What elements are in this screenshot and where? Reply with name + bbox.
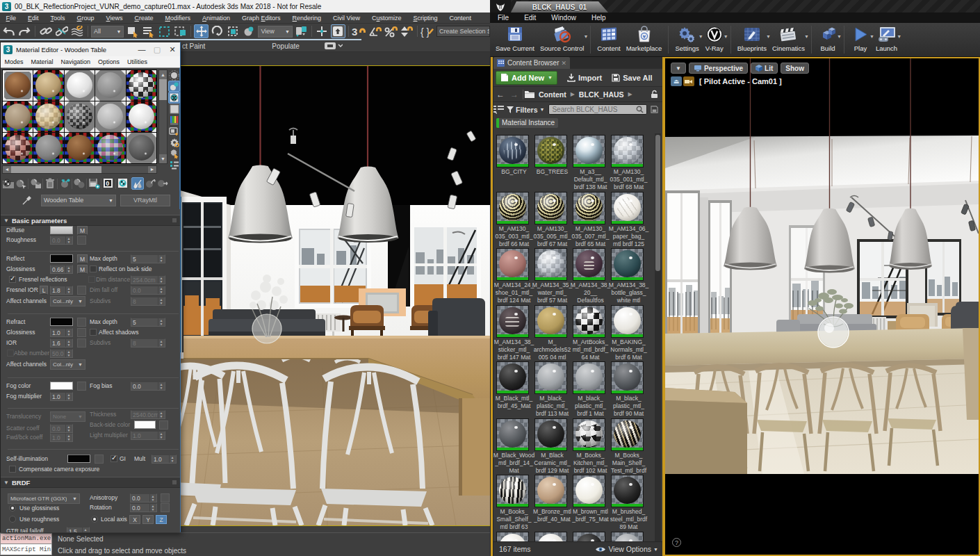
- ribbon-tab-populate[interactable]: Populate: [272, 42, 299, 50]
- backside-color-swatch[interactable]: [134, 420, 156, 429]
- asset-m-black-mtl-[interactable]: M_Black_mtl_ brdf_45_Mat: [495, 360, 533, 417]
- assign-material-to-selection-icon[interactable]: [29, 177, 42, 190]
- refract-map-button[interactable]: [77, 318, 86, 327]
- fog-multiplier-spinner[interactable]: 1.0▲▼: [50, 392, 73, 401]
- material-slot-11[interactable]: [3, 133, 33, 163]
- asset-m-bronze-mtl[interactable]: M_Bronze_mtl _brdf_40_Mat: [533, 473, 571, 530]
- material-slot-9[interactable]: [95, 101, 125, 132]
- glossiness-map-button[interactable]: M: [77, 265, 88, 274]
- material-slot-12[interactable]: [33, 133, 63, 163]
- max-viewport[interactable]: [178, 65, 490, 526]
- play-button[interactable]: Play▼: [848, 23, 873, 56]
- ribbon-config-icon[interactable]: [325, 42, 343, 50]
- asset-m-am130-[interactable]: M_AM130_ 035_007_mtl_ brdf 65 Mat: [571, 190, 610, 247]
- show-end-result-icon[interactable]: [131, 177, 144, 190]
- blueprints-button[interactable]: Blueprints▼: [735, 23, 769, 56]
- scroll-thumb[interactable]: [159, 79, 167, 100]
- meditor-menu-modes[interactable]: Modes: [1, 58, 27, 65]
- max-menu-tools[interactable]: Tools: [44, 15, 71, 22]
- close-button[interactable]: ✕: [165, 45, 180, 54]
- sources-panel-icon[interactable]: [493, 105, 504, 114]
- cinematics-button[interactable]: Cinematics▼: [769, 23, 808, 56]
- dropdown-arrow-icon[interactable]: ▼: [804, 34, 809, 39]
- thickness-spinner[interactable]: 2540.0cm▲▼: [131, 410, 165, 419]
- asset-m-am134-24-[interactable]: M_AM134_24_ shoe_01_mtl_ brdf 124 Mat: [495, 247, 533, 304]
- asset-m-books-[interactable]: M_Books_ Small_Shelf_ mtl brdf 63: [495, 473, 533, 530]
- pilot-camera-icon[interactable]: [683, 76, 694, 86]
- pick-material-eyedropper-icon[interactable]: [22, 195, 33, 206]
- ior-spinner[interactable]: 1.6▲▼: [50, 338, 73, 348]
- save-all-button[interactable]: Save All: [612, 74, 652, 82]
- material-slot-15[interactable]: [126, 133, 156, 163]
- fog-bias-spinner[interactable]: 0.0▲▼: [131, 382, 165, 391]
- abbe-checkbox[interactable]: [7, 350, 14, 357]
- asset-m-am130-[interactable]: M_AM130_ 035_003_mtl_ brdf 66 Mat: [495, 190, 533, 247]
- marketplace-button[interactable]: Marketplace: [623, 23, 665, 56]
- select-and-scale-icon[interactable]: [226, 24, 240, 38]
- spinner-snap-icon[interactable]: [400, 24, 414, 38]
- asset-m-books-[interactable]: M_Books_ Main_Shelf_ Test_mtl_brdf: [610, 417, 648, 474]
- select-by-material-icon[interactable]: [168, 148, 180, 159]
- anisotropy-map-button[interactable]: [161, 493, 170, 502]
- max-depth-spinner[interactable]: 5▲▼: [131, 254, 165, 263]
- settings-button[interactable]: Settings▼: [672, 23, 701, 56]
- compensate-checkbox[interactable]: [9, 466, 16, 473]
- scroll-thumb[interactable]: [655, 135, 660, 271]
- angle-snap-icon[interactable]: [368, 24, 382, 38]
- content-browser-tab[interactable]: Content Browser ✕: [493, 57, 570, 69]
- ue-menu-window[interactable]: Window: [544, 14, 584, 22]
- rollout-basic-parameters[interactable]: ▼Basic parameters: [1, 215, 180, 226]
- scroll-down-icon[interactable]: ▼: [159, 154, 167, 163]
- material-id-channel-icon[interactable]: 0: [102, 177, 115, 190]
- max-menu-file[interactable]: File: [0, 15, 22, 22]
- material-slot-10[interactable]: [126, 101, 156, 132]
- dropdown-arrow-icon[interactable]: ▼: [897, 34, 901, 39]
- perspective-button[interactable]: Perspective: [689, 63, 748, 74]
- reset-map-icon[interactable]: [44, 177, 56, 190]
- percent-snap-icon[interactable]: [384, 24, 398, 38]
- refract-glossiness-map-button[interactable]: [77, 328, 86, 337]
- ue-menu-help[interactable]: Help: [584, 14, 614, 22]
- content-button[interactable]: Content: [594, 23, 623, 56]
- asset-partial-30[interactable]: [571, 530, 610, 542]
- max-menu-edit[interactable]: Edit: [22, 15, 45, 22]
- select-object-icon[interactable]: [125, 24, 140, 38]
- max-menu-modifiers[interactable]: Modifiers: [159, 15, 197, 22]
- unlink-selection-icon[interactable]: [54, 24, 69, 38]
- asset-partial-28[interactable]: [495, 530, 533, 542]
- affect-channels-dropdown[interactable]: Col...nly▼: [50, 296, 85, 306]
- import-button[interactable]: Import: [567, 74, 602, 82]
- use-glossiness-radio[interactable]: [9, 505, 16, 512]
- maxscript-listener-white[interactable]: MAXScript Min: [0, 544, 52, 555]
- undo-icon[interactable]: [1, 24, 16, 38]
- refract-max-depth-spinner[interactable]: 5▲▼: [131, 318, 165, 327]
- snaps-toggle-icon[interactable]: [331, 24, 345, 38]
- save-current-button[interactable]: Save Current: [493, 23, 537, 56]
- asset-partial-29[interactable]: [533, 530, 571, 542]
- light-mult-spinner[interactable]: 1.0▲▼: [131, 431, 165, 440]
- asset-m-black-[interactable]: M_black_ plastic_mtl_ brdf 1 Mat: [571, 360, 610, 417]
- roughness-map-button[interactable]: [77, 236, 86, 245]
- dim-falloff-spinner[interactable]: 0.0▲▼: [131, 286, 165, 295]
- get-material-icon[interactable]: [2, 177, 15, 190]
- show-shaded-material-in-viewport-icon[interactable]: [117, 177, 129, 190]
- generate-preview-icon[interactable]: [168, 126, 180, 137]
- asset-bg-city[interactable]: BG_CITY: [495, 133, 533, 190]
- fog-color-swatch[interactable]: [50, 382, 73, 390]
- axis-z-button[interactable]: Z: [156, 515, 167, 524]
- ribbon-tab-object-paint[interactable]: ct Paint: [182, 42, 205, 50]
- max-menu-customize[interactable]: Customize: [366, 15, 407, 22]
- help-icon[interactable]: ?: [672, 538, 681, 547]
- put-to-library-icon[interactable]: [88, 177, 100, 190]
- anisotropy-spinner[interactable]: 0.0▲▼: [130, 493, 157, 502]
- build-button[interactable]: Build▼: [815, 23, 840, 56]
- asset-bg-trees[interactable]: BG_TREES: [533, 133, 571, 190]
- edit-named-selection-sets-icon[interactable]: { }: [420, 24, 435, 38]
- max-menu-scripting[interactable]: Scripting: [407, 15, 443, 22]
- max-menu-group[interactable]: Group: [71, 15, 100, 22]
- asset-m-black-[interactable]: M_black_ plastic_mtl_ brdf 113 Mat: [533, 360, 571, 417]
- asset-m-[interactable]: M_ archmodels52 005 04 mtl: [533, 304, 571, 361]
- filters-button[interactable]: Filters ▼: [507, 106, 544, 114]
- asset-m-artbooks-[interactable]: M_ArtBooks_ mtl_mtl_brdf_ 64 Mat: [571, 304, 610, 361]
- breadcrumb-blck-haus[interactable]: BLCK_HAUS: [579, 90, 624, 99]
